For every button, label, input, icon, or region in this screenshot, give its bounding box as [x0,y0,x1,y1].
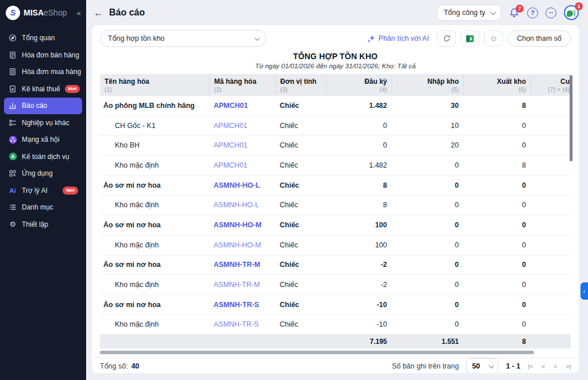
sidebar-item-nghiep-vu-khac[interactable]: Nghiệp vụ khác [4,115,82,131]
sidebar-collapse-icon[interactable]: « [77,9,81,17]
sidebar-item-ke-toan-dich-vu[interactable]: Kế toán dịch vụ [4,149,82,165]
item-code-link[interactable]: ASMNH-HO-M [209,221,275,229]
notification-count-badge: 7 [516,5,524,13]
column-label: Tên hàng hóa [105,77,204,86]
misa-logo-icon: S [6,6,20,20]
table-row[interactable]: Kho mặc địnhASMNH-TR-MChiếc-200 [100,275,571,295]
report-subtitle: Từ ngày 01/01/2026 đến ngày 31/01/2026; … [92,63,579,69]
item-name: Kho mặc định [100,201,209,209]
inbound-value: 0 [392,301,463,309]
item-name: Kho BH [100,141,209,149]
table-row[interactable]: Áo sơ mi nơ hoaASMNH-HO-MChiếc10000 [100,215,571,235]
choose-parameters-button[interactable]: Chọn tham số [508,30,571,46]
outbound-value: 8 [463,102,531,110]
sidebar-item-hoa-don-mua-hang[interactable]: Hóa đơn mua hàng [4,64,82,80]
item-code-link[interactable]: ASMNH-HO-L [209,181,275,189]
outbound-value: 0 [463,320,531,328]
sparkle-icon [368,35,375,42]
opening-stock-value: 8 [326,201,392,209]
outbound-value: 0 [463,201,531,209]
page-size-select[interactable]: 50 [466,358,498,373]
sidebar-item-ung-dung[interactable]: Ứng dụng [4,165,82,182]
report-card: Tổng hợp tồn kho Phân tích với AI [92,25,579,373]
table-row[interactable]: Áo sơ mi nơ hoaASMNH-HO-LChiếc800 [100,176,571,196]
outbound-value: 0 [463,241,531,249]
inventory-table: Tên hàng hóa(1)Mã hàng hóa(2)Đơn vị tính… [100,74,571,348]
item-code-link[interactable]: APMCH01 [209,141,275,149]
sidebar-item-thiet-lap[interactable]: ⚙Thiết lập [4,216,82,233]
inbound-value: 0 [392,320,463,328]
sidebar-item-danh-muc[interactable]: Danh mục [4,199,82,216]
table-row[interactable]: Kho mặc địnhAPMCH01Chiếc1.48208 [100,156,571,176]
topbar-actions: Tổng công ty 7 ? ··· 1 [437,5,579,21]
next-page-button[interactable]: > [554,363,557,370]
table-row[interactable]: Kho mặc địnhASMNH-TR-SChiếc-1000 [100,315,571,335]
sidebar-item-tong-quan[interactable]: Tổng quan [4,30,82,46]
accounting-service-icon [8,152,17,161]
column-index: (7) = (4) [548,86,570,93]
item-code-link[interactable]: ASMNH-HO-M [209,241,275,249]
export-excel-button[interactable] [461,30,479,46]
total-inbound: 1.551 [392,338,463,346]
column-header-ten-hang-hoa[interactable]: Tên hàng hóa(1) [100,74,209,96]
outbound-value: 0 [463,122,531,130]
item-code-link[interactable]: ASMNH-TR-M [209,281,275,289]
sidebar-item-bao-cao[interactable]: Báo cáo [4,98,82,114]
item-name: Áo sơ mi nơ hoa [100,261,209,269]
bar-chart-icon [8,101,17,110]
column-label: Mã hàng hóa [214,77,270,86]
item-code-link[interactable]: APMCH01 [209,122,275,130]
refresh-button[interactable] [437,30,456,46]
prev-page-button[interactable]: < [541,363,545,370]
notification-bell-button[interactable]: 7 [509,7,520,18]
expand-panel-handle[interactable]: ‹ [581,282,588,300]
item-code-link[interactable]: APMCH01 [209,161,275,169]
column-header-xuat-kho[interactable]: Xuất kho(6) [463,74,531,96]
first-page-button[interactable]: |< [528,363,533,370]
inbound-value: 0 [392,221,463,229]
item-code-link[interactable]: ASMNH-TR-M [209,261,275,269]
item-code-link[interactable]: ASMNH-TR-S [209,320,275,328]
outbound-value: 0 [463,281,531,289]
sidebar-item-tro-ly-ai[interactable]: AiTrợ lý AIMới [4,183,82,199]
column-header-ma-hang-hoa[interactable]: Mã hàng hóa(2) [209,74,275,96]
column-header-nhap-kho[interactable]: Nhập kho(5) [392,74,463,96]
table-vertical-scrollbar[interactable] [570,75,572,161]
sidebar-item-mang-xa-hoi[interactable]: Mạng xã hội [4,131,82,148]
last-page-button[interactable]: >| [566,363,571,370]
table-row[interactable]: Kho mặc địnhASMNH-HO-MChiếc10000 [100,235,571,255]
table-row[interactable]: CH Gốc - K1APMCH01Chiếc0100 [100,116,571,136]
column-header-cu[interactable]: Cu(7) = (4) [531,74,571,96]
opening-stock-value: 0 [326,122,392,130]
account-avatar[interactable]: 1 [564,5,579,20]
column-header-dau-ky[interactable]: Đầu kỳ(4) [326,74,392,96]
table-row[interactable]: Áo sơ mi nơ hoaASMNH-TR-SChiếc-1000 [100,295,571,315]
display-settings-button[interactable]: ⚙ [484,30,503,46]
table-horizontal-scrollbar[interactable] [100,351,534,354]
item-code-link[interactable]: ASMNH-TR-S [209,301,275,309]
ai-link-label: Phân tích với AI [378,34,429,42]
item-code-link[interactable]: ASMNH-HO-L [209,201,275,209]
total-outbound: 8 [463,338,531,346]
item-unit: Chiếc [275,320,326,328]
back-arrow-icon[interactable]: ← [94,8,103,18]
more-options-button[interactable]: ··· [546,7,556,18]
table-row[interactable]: Áo phông MLB chính hãngAPMCH01Chiếc1.482… [100,96,571,116]
company-selector[interactable]: Tổng công ty [437,5,501,21]
column-header-don-vi-tinh[interactable]: Đơn vị tính(3) [275,74,326,96]
table-row[interactable]: Áo sơ mi nơ hoaASMNH-TR-MChiếc-200 [100,255,571,276]
table-row[interactable]: Kho BHAPMCH01Chiếc0200 [100,135,571,156]
item-code-link[interactable]: APMCH01 [209,102,275,110]
sidebar-item-hoa-don-ban-hang[interactable]: Hóa đơn bán hàng [4,47,82,64]
opening-stock-value: -2 [326,261,392,269]
analyze-with-ai-link[interactable]: Phân tích với AI [368,34,429,42]
help-button[interactable]: ? [527,7,538,18]
total-count-label: Tổng số: [100,362,128,370]
report-type-select[interactable]: Tổng hợp tồn kho [100,30,266,47]
outbound-value: 0 [463,261,531,269]
column-index: (2) [214,86,270,93]
refresh-icon [443,34,451,42]
table-row[interactable]: Kho mặc địnhASMNH-HO-LChiếc800 [100,195,571,215]
catalog-list-icon [8,203,17,212]
sidebar-item-ke-khai-thue[interactable]: Kê khai thuếMới [4,81,82,98]
